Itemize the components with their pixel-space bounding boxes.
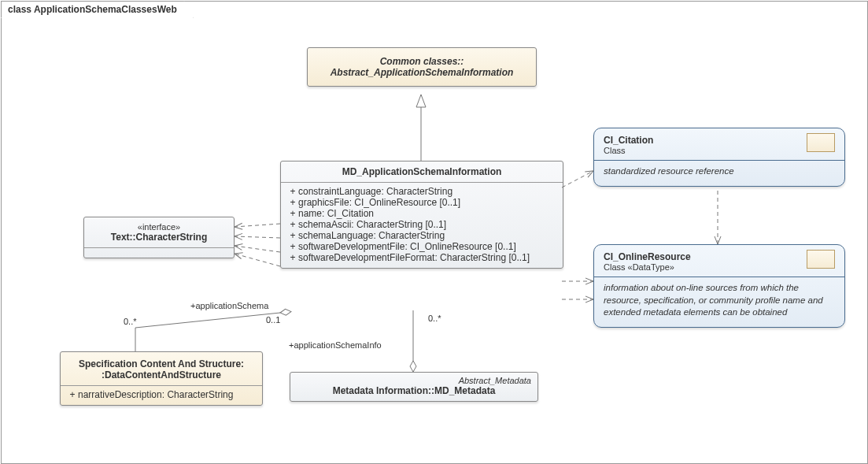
class-md-metadata: Abstract_Metadata Metadata Information::… xyxy=(290,372,538,402)
diagram-title-tab: class ApplicationSchemaClassesWeb xyxy=(1,1,194,18)
svg-line-2 xyxy=(235,236,280,238)
color-swatch xyxy=(807,250,835,269)
md-asi-attr: +constraintLanguage: CharacterString xyxy=(287,186,556,197)
label-mult-far: 0..* xyxy=(124,317,137,326)
class-ci-onlineresource: CI_OnlineResource Class «DataType» infor… xyxy=(593,244,845,328)
ci-online-name: CI_OnlineResource xyxy=(604,251,691,262)
ci-citation-desc: standardized resource reference xyxy=(594,161,844,186)
label-app-schema-role: +applicationSchema xyxy=(190,301,268,310)
class-md-asi: MD_ApplicationSchemaInformation +constra… xyxy=(280,161,563,269)
ci-online-desc: information about on-line sources from w… xyxy=(594,277,844,327)
abstract-asi-ns: Common classes:: xyxy=(314,56,530,67)
abstract-asi-name: Abstract_ApplicationSchemaInformation xyxy=(314,67,530,78)
md-asi-attr: +schemaLanguage: CharacterString xyxy=(287,230,556,241)
class-abstract-asi: Common classes:: Abstract_ApplicationSch… xyxy=(307,47,537,87)
class-ci-citation: CI_Citation Class standardized resource … xyxy=(593,128,845,187)
class-characterstring: «interface» Text::CharacterString xyxy=(83,217,235,258)
svg-line-3 xyxy=(235,246,280,252)
md-asi-attr: +graphicsFile: CI_OnlineResource [0..1] xyxy=(287,197,556,208)
diagram-frame: class ApplicationSchemaClassesWeb Common… xyxy=(1,1,868,464)
svg-line-1 xyxy=(235,224,280,227)
md-metadata-title: Metadata Information::MD_Metadata xyxy=(290,385,537,401)
label-mult-near: 0..1 xyxy=(266,315,280,325)
md-asi-attr: +softwareDevelopmentFileFormat: Characte… xyxy=(287,252,556,263)
spec-content-title2: :DataContentAndStructure xyxy=(65,369,257,380)
characterstring-stereo: «interface» xyxy=(84,217,234,232)
ci-citation-kind: Class xyxy=(604,146,835,155)
diagram-title: class ApplicationSchemaClassesWeb xyxy=(8,4,177,15)
md-metadata-role: Abstract_Metadata xyxy=(290,373,537,385)
md-asi-attr: +softwareDevelopmentFile: CI_OnlineResou… xyxy=(287,241,556,252)
md-asi-attributes: +constraintLanguage: CharacterString+gra… xyxy=(281,183,563,268)
label-app-schema-info-role: +applicationSchemaInfo xyxy=(289,340,382,350)
md-asi-title: MD_ApplicationSchemaInformation xyxy=(281,161,563,182)
spec-content-attr: +narrativeDescription: CharacterString xyxy=(67,389,256,400)
svg-line-4 xyxy=(235,254,280,266)
md-asi-attr: +name: CI_Citation xyxy=(287,208,556,219)
svg-line-5 xyxy=(562,171,593,187)
class-spec-content: Specification Content And Structure: :Da… xyxy=(60,351,263,406)
label-app-schema-info-mult: 0..* xyxy=(428,314,441,323)
ci-online-kind: Class «DataType» xyxy=(604,262,835,272)
spec-content-title1: Specification Content And Structure: xyxy=(65,358,257,369)
md-asi-attr: +schemaAscii: CharacterString [0..1] xyxy=(287,219,556,230)
color-swatch xyxy=(807,133,835,152)
ci-citation-name: CI_Citation xyxy=(604,135,653,146)
characterstring-title: Text::CharacterString xyxy=(84,232,234,247)
